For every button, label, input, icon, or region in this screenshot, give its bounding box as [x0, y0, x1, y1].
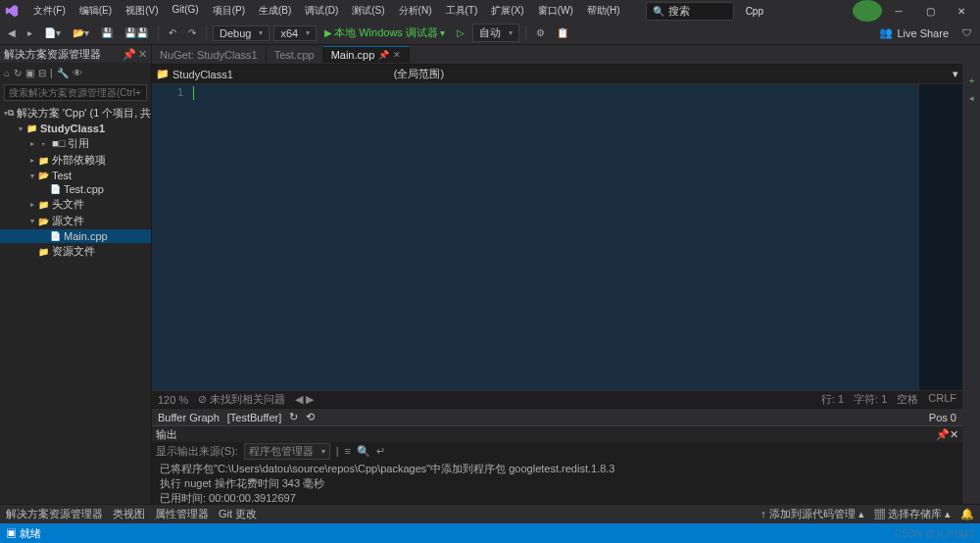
- pin-icon[interactable]: 📌: [122, 48, 136, 61]
- home-icon[interactable]: ⌂: [4, 68, 10, 78]
- toolbar-misc-2[interactable]: 📋: [553, 26, 572, 39]
- preview-icon[interactable]: 👁: [73, 68, 82, 78]
- test-folder-node[interactable]: ▾📂Test: [0, 169, 151, 182]
- char-indicator[interactable]: 字符: 1: [854, 392, 887, 407]
- open-button[interactable]: 📂▾: [69, 26, 93, 39]
- code-surface[interactable]: [191, 84, 918, 390]
- output-source-dropdown[interactable]: 程序包管理器: [244, 443, 330, 460]
- bottom-tab-solution[interactable]: 解决方案资源管理器: [6, 507, 103, 521]
- solution-search-input[interactable]: [4, 84, 147, 101]
- titlebar: 文件(F) 编辑(E) 视图(V) Git(G) 项目(P) 生成(B) 调试(…: [0, 0, 980, 22]
- bottom-tab-git[interactable]: Git 更改: [219, 507, 257, 521]
- editor-tabs: NuGet: StudyClass1 Test.cpp Main.cpp📌✕: [152, 45, 962, 65]
- bottom-tab-classview[interactable]: 类视图: [113, 507, 145, 521]
- tab-main-cpp[interactable]: Main.cpp📌✕: [323, 46, 411, 63]
- liveshare-button[interactable]: 👥 Live Share: [879, 26, 949, 39]
- panel-close-icon[interactable]: ✕: [138, 48, 147, 61]
- menu-project[interactable]: 项目(P): [207, 2, 251, 20]
- nav-icons[interactable]: ◀ ▶: [295, 393, 314, 406]
- sync-icon[interactable]: ↻: [14, 68, 22, 78]
- watermark: CSDN @从容编程: [895, 527, 974, 541]
- minimap[interactable]: [918, 84, 962, 390]
- menu-window[interactable]: 窗口(W): [532, 2, 579, 20]
- menu-test[interactable]: 测试(S): [346, 2, 390, 20]
- properties-icon[interactable]: 🔧: [57, 68, 69, 78]
- toolbar-misc-1[interactable]: ⚙: [532, 26, 549, 39]
- admin-icon[interactable]: 🛡: [958, 26, 976, 39]
- menu-debug[interactable]: 调试(D): [299, 2, 344, 20]
- headers-node[interactable]: ▸📁头文件: [0, 196, 151, 213]
- menu-view[interactable]: 视图(V): [120, 2, 164, 20]
- menu-extensions[interactable]: 扩展(X): [485, 2, 529, 20]
- target-dropdown[interactable]: 自动: [472, 24, 519, 42]
- line-gutter: 1: [152, 84, 191, 390]
- issues-indicator[interactable]: ⊘ 未找到相关问题: [198, 392, 285, 407]
- menu-tools[interactable]: 工具(T): [440, 2, 484, 20]
- output-clear-icon[interactable]: ≡: [345, 445, 351, 457]
- eol-indicator[interactable]: CRLF: [928, 392, 956, 407]
- menu-build[interactable]: 生成(B): [253, 2, 297, 20]
- zoom-level[interactable]: 120 %: [158, 394, 188, 406]
- buffer-pos: Pos 0: [929, 412, 956, 423]
- show-all-icon[interactable]: ▣: [25, 68, 34, 78]
- save-all-button[interactable]: 💾💾: [121, 26, 152, 39]
- breadcrumb-split-icon[interactable]: ▾: [953, 68, 958, 80]
- right-plus-icon[interactable]: ＋: [967, 74, 976, 87]
- source-control-button[interactable]: ↑ 添加到源代码管理 ▴: [760, 507, 864, 521]
- code-editor[interactable]: 1: [152, 84, 962, 390]
- tab-close-icon[interactable]: ✕: [393, 50, 401, 60]
- platform-dropdown[interactable]: x64: [273, 25, 317, 41]
- right-arrow-icon[interactable]: ◂: [969, 93, 974, 103]
- tab-test-cpp[interactable]: Test.cpp: [267, 47, 323, 63]
- menu-analyze[interactable]: 分析(N): [393, 2, 438, 20]
- project-node[interactable]: ▾📁StudyClass1: [0, 122, 151, 135]
- collapse-icon[interactable]: ⊟: [38, 68, 46, 78]
- test-cpp-file[interactable]: 📄Test.cpp: [0, 182, 151, 196]
- titlebar-search[interactable]: 🔍 搜索: [646, 2, 734, 21]
- output-close-icon[interactable]: ✕: [950, 428, 958, 440]
- indent-indicator[interactable]: 空格: [897, 392, 918, 407]
- output-text[interactable]: 已将程序包"C:\Users\datou\source\repos\Cpp\pa…: [152, 460, 962, 504]
- menu-git[interactable]: Git(G): [166, 2, 204, 20]
- breadcrumb-project[interactable]: 📁StudyClass1: [156, 68, 233, 80]
- nav-fwd-button[interactable]: ▸: [24, 26, 36, 39]
- minimize-button[interactable]: ─: [884, 0, 913, 22]
- output-find-icon[interactable]: 🔍: [357, 445, 370, 458]
- undo-button[interactable]: ↶: [165, 26, 180, 39]
- menu-help[interactable]: 帮助(H): [581, 2, 626, 20]
- menu-edit[interactable]: 编辑(E): [74, 2, 118, 20]
- text-cursor: [193, 86, 194, 100]
- resources-node[interactable]: 📁资源文件: [0, 243, 151, 260]
- sources-node[interactable]: ▾📂源文件: [0, 213, 151, 229]
- nav-back-button[interactable]: ◀: [4, 26, 20, 39]
- save-button[interactable]: 💾: [97, 26, 117, 39]
- references-node[interactable]: ▸▫■□ 引用: [0, 135, 151, 152]
- start-debug-button[interactable]: ▶ 本地 Windows 调试器 ▾: [320, 25, 449, 41]
- external-deps-node[interactable]: ▸📁外部依赖项: [0, 152, 151, 169]
- liveshare-icon: 👥: [879, 26, 893, 39]
- maximize-button[interactable]: ▢: [915, 0, 945, 22]
- new-item-button[interactable]: 📄▾: [40, 26, 65, 39]
- config-dropdown[interactable]: Debug: [213, 25, 270, 41]
- line-indicator[interactable]: 行: 1: [821, 392, 844, 407]
- tab-pin-icon[interactable]: 📌: [378, 50, 389, 60]
- editor-area: NuGet: StudyClass1 Test.cpp Main.cpp📌✕ 📁…: [152, 45, 962, 504]
- redo-button[interactable]: ↷: [184, 26, 200, 39]
- close-button[interactable]: ✕: [947, 0, 976, 22]
- notifications-icon[interactable]: 🔔: [960, 508, 974, 520]
- bottom-tab-props[interactable]: 属性管理器: [155, 507, 209, 521]
- tab-nuget[interactable]: NuGet: StudyClass1: [152, 47, 267, 63]
- breadcrumb-scope[interactable]: (全局范围): [394, 67, 444, 81]
- main-cpp-file[interactable]: 📄Main.cpp: [0, 229, 151, 243]
- solution-tree: ▾⧉解决方案 'Cpp' (1 个项目, 共 1 个) ▾📁StudyClass…: [0, 103, 151, 504]
- output-panel: 输出 📌✕ 显示输出来源(S): 程序包管理器 | ≡ 🔍 ↵ 已将程序包"C:…: [152, 425, 962, 504]
- output-pin-icon[interactable]: 📌: [936, 428, 950, 440]
- start-nodebug-button[interactable]: ▷: [453, 26, 468, 39]
- output-wrap-icon[interactable]: ↵: [376, 445, 385, 458]
- repo-button[interactable]: ▦ 选择存储库 ▴: [874, 507, 951, 521]
- buffer-refresh-icon[interactable]: ↻: [289, 411, 298, 423]
- menu-file[interactable]: 文件(F): [27, 2, 72, 20]
- user-avatar[interactable]: [853, 0, 882, 22]
- buffer-link-icon[interactable]: ⟲: [306, 411, 315, 423]
- solution-node[interactable]: ▾⧉解决方案 'Cpp' (1 个项目, 共 1 个): [0, 105, 151, 122]
